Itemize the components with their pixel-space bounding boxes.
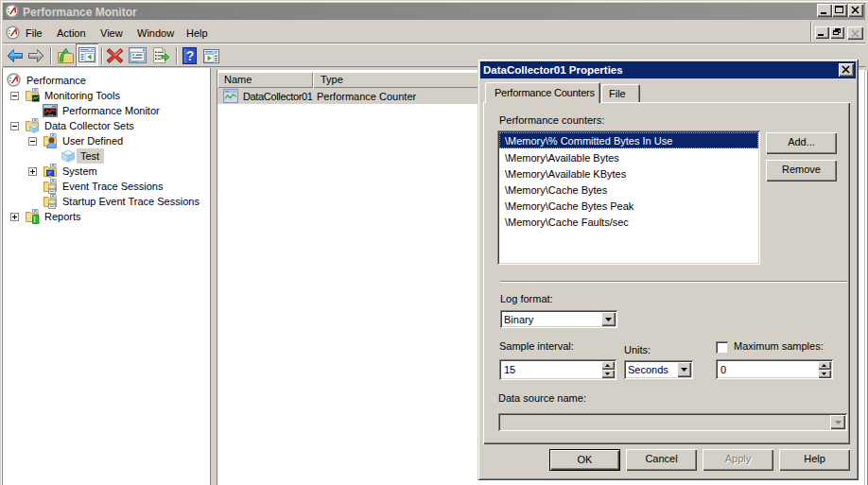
svg-text:?: ? [186, 48, 195, 63]
